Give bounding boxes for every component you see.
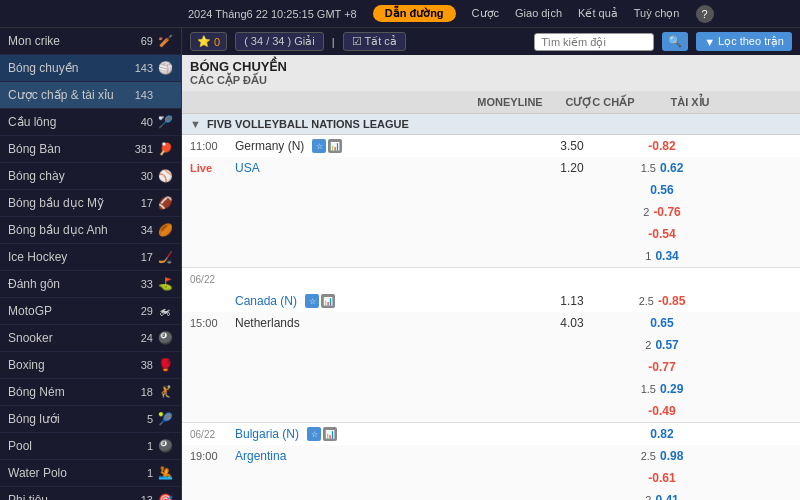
sidebar-item-ice-hockey[interactable]: Ice Hockey17🏒 bbox=[0, 244, 181, 271]
sidebar-item-label: Boxing bbox=[8, 358, 141, 372]
nav-tuychon[interactable]: Tuỳ chọn bbox=[634, 7, 680, 20]
hc-cell4[interactable]: 2 -0.76 bbox=[612, 205, 712, 219]
sidebar-item-boxing[interactable]: Boxing38🥊 bbox=[0, 352, 181, 379]
hc-cell15[interactable]: -0.61 bbox=[612, 471, 712, 485]
sidebar-item-snooker[interactable]: Snooker24🎱 bbox=[0, 325, 181, 352]
sidebar-item-bóng-chày[interactable]: Bóng chày30⚾ bbox=[0, 163, 181, 190]
sidebar-item-count: 143 bbox=[135, 89, 153, 101]
hc-extra4: 0.34 bbox=[655, 249, 678, 263]
sidebar-item-bóng-bầu-dục-mỹ[interactable]: Bóng bầu dục Mỹ17🏈 bbox=[0, 190, 181, 217]
hc-cell10[interactable]: -0.77 bbox=[612, 360, 712, 374]
hc-cell6[interactable]: 1 0.34 bbox=[612, 249, 712, 263]
bookmark-icon2[interactable]: ☆ bbox=[305, 294, 319, 308]
sidebar-item-mon-crike[interactable]: Mon crike69🏏 bbox=[0, 28, 181, 55]
sidebar-item-phi-tiêu[interactable]: Phi tiêu13🎯 bbox=[0, 487, 181, 500]
ml-odds4[interactable]: 4.03 bbox=[532, 316, 612, 330]
sidebar-item-count: 69 bbox=[141, 35, 153, 47]
sidebar-item-label: Đánh gôn bbox=[8, 277, 141, 291]
search-input[interactable] bbox=[534, 33, 654, 51]
ml-odds2[interactable]: 1.20 bbox=[532, 161, 612, 175]
hc-val6: 1 bbox=[645, 250, 651, 262]
sport-icon: 🎯 bbox=[157, 492, 173, 500]
search-button[interactable]: 🔍 bbox=[662, 32, 688, 51]
hc-cell14[interactable]: 2.5 0.98 bbox=[612, 449, 712, 463]
sidebar-item-bóng-chuyền[interactable]: Bóng chuyền143🏐 bbox=[0, 55, 181, 82]
all-button[interactable]: ☑ Tất cả bbox=[343, 32, 406, 51]
collapse-icon: ▼ bbox=[190, 118, 201, 130]
hc-cell13[interactable]: 0.82 bbox=[612, 427, 712, 441]
sidebar-item-đánh-gôn[interactable]: Đánh gôn33⛳ bbox=[0, 271, 181, 298]
team6-name[interactable]: Argentina bbox=[235, 449, 532, 463]
team3-name[interactable]: Canada (N) ☆ 📊 bbox=[235, 294, 532, 308]
nav-giaodich[interactable]: Giao dịch bbox=[515, 7, 562, 20]
sidebar-item-cầu-lông[interactable]: Cầu lông40🏸 bbox=[0, 109, 181, 136]
hc-cell11[interactable]: 1.5 0.29 bbox=[612, 382, 712, 396]
hc-cell1[interactable]: -0.82 bbox=[612, 139, 712, 153]
team2-name[interactable]: USA bbox=[235, 161, 532, 175]
sidebar-item-bóng-bàn[interactable]: Bóng Bàn381🏓 bbox=[0, 136, 181, 163]
table-row: 11:00 Germany (N) ☆ 📊 3.50 -0.82 bbox=[182, 135, 800, 157]
hc-cell2[interactable]: 1.5 0.62 bbox=[612, 161, 712, 175]
sidebar-item-label: Snooker bbox=[8, 331, 141, 345]
league-row[interactable]: ▼ FIVB VOLLEYBALL NATIONS LEAGUE bbox=[182, 114, 800, 135]
hc-cell16[interactable]: 2 0.41 bbox=[612, 493, 712, 500]
datetime: 2024 Tháng6 22 10:25:15 GMT +8 bbox=[188, 8, 357, 20]
sidebar-item-count: 1 bbox=[147, 467, 153, 479]
nav-cuoc[interactable]: Cược bbox=[472, 7, 499, 20]
hc-cell7[interactable]: 2.5 -0.85 bbox=[612, 294, 712, 308]
stats-icon2[interactable]: 📊 bbox=[321, 294, 335, 308]
bookmark-icon[interactable]: ☆ bbox=[312, 139, 326, 153]
bookmark-icon3[interactable]: ☆ bbox=[307, 427, 321, 441]
hc-val4: 2 bbox=[643, 206, 649, 218]
stats-icon3[interactable]: 📊 bbox=[323, 427, 337, 441]
sidebar-item-count: 34 bbox=[141, 224, 153, 236]
team5-name[interactable]: Bulgaria (N) ☆ 📊 bbox=[235, 427, 532, 441]
sidebar-item-motogp[interactable]: MotoGP29🏍 bbox=[0, 298, 181, 325]
team1-name: Germany (N) ☆ 📊 bbox=[235, 139, 532, 153]
star-button[interactable]: ⭐ 0 bbox=[190, 32, 227, 51]
stats-icon[interactable]: 📊 bbox=[328, 139, 342, 153]
sidebar-item-label: Bóng bầu dục Anh bbox=[8, 223, 141, 237]
sport-icon: 🏓 bbox=[157, 141, 173, 157]
hc-extra12: -0.49 bbox=[648, 404, 675, 418]
hc-cell5[interactable]: -0.54 bbox=[612, 227, 712, 241]
table-row: 0.56 bbox=[182, 179, 800, 201]
sidebar-item-water-polo[interactable]: Water Polo1🤽 bbox=[0, 460, 181, 487]
help-button[interactable]: ? bbox=[696, 5, 714, 23]
sidebar-item-label: Bóng Ném bbox=[8, 385, 141, 399]
hc-cell9[interactable]: 2 0.57 bbox=[612, 338, 712, 352]
sidebar-item-cược-chấp-&-tài-xỉu[interactable]: Cược chấp & tài xỉu143 bbox=[0, 82, 181, 109]
ml-odds3[interactable]: 1.13 bbox=[532, 294, 612, 308]
league-name: FIVB VOLLEYBALL NATIONS LEAGUE bbox=[207, 118, 409, 130]
sidebar-item-label: Cầu lông bbox=[8, 115, 141, 129]
sidebar-item-label: Pool bbox=[8, 439, 147, 453]
hc-extra2: -0.76 bbox=[653, 205, 680, 219]
hc-cell3[interactable]: 0.56 bbox=[612, 183, 712, 197]
sidebar-item-count: 30 bbox=[141, 170, 153, 182]
hc-extra16: 0.41 bbox=[655, 493, 678, 500]
hc-cell8[interactable]: 0.65 bbox=[612, 316, 712, 330]
ml-odds1[interactable]: 3.50 bbox=[532, 139, 612, 153]
sidebar-item-pool[interactable]: Pool1🎱 bbox=[0, 433, 181, 460]
table-row: 1 0.34 bbox=[182, 245, 800, 267]
table-area: BÓNG CHUYỀN CÁC CẶP ĐẤU MONEYLINE CƯỢC C… bbox=[182, 55, 800, 500]
table-row: Live USA 1.20 1.5 0.62 bbox=[182, 157, 800, 179]
sidebar-item-label: Bóng chuyền bbox=[8, 61, 135, 75]
match-group-2: 06/22 Canada (N) ☆ 📊 1.13 bbox=[182, 268, 800, 423]
sidebar-item-label: Bóng chày bbox=[8, 169, 141, 183]
match-group-3: 06/22 Bulgaria (N) ☆ 📊 0.82 bbox=[182, 423, 800, 500]
sidebar-item-count: 33 bbox=[141, 278, 153, 290]
sidebar-item-label: Phi tiêu bbox=[8, 493, 141, 500]
live-label: Live bbox=[190, 162, 235, 174]
dandung-button[interactable]: Dẫn đường bbox=[373, 5, 456, 22]
sidebar-item-bóng-lưới[interactable]: Bóng lưới5🎾 bbox=[0, 406, 181, 433]
hc-odds2: 0.62 bbox=[660, 161, 683, 175]
sidebar-item-bóng-ném[interactable]: Bóng Ném18🤾 bbox=[0, 379, 181, 406]
rounds-display: ( 34 / 34 ) Giải bbox=[235, 32, 324, 51]
sidebar-item-bóng-bầu-dục-anh[interactable]: Bóng bầu dục Anh34🏉 bbox=[0, 217, 181, 244]
hc-cell12[interactable]: -0.49 bbox=[612, 404, 712, 418]
filter-button[interactable]: ▼ Lọc theo trận bbox=[696, 32, 792, 51]
hc-val2: 1.5 bbox=[641, 162, 656, 174]
hc-extra10: -0.77 bbox=[648, 360, 675, 374]
nav-ketqua[interactable]: Kết quả bbox=[578, 7, 618, 20]
